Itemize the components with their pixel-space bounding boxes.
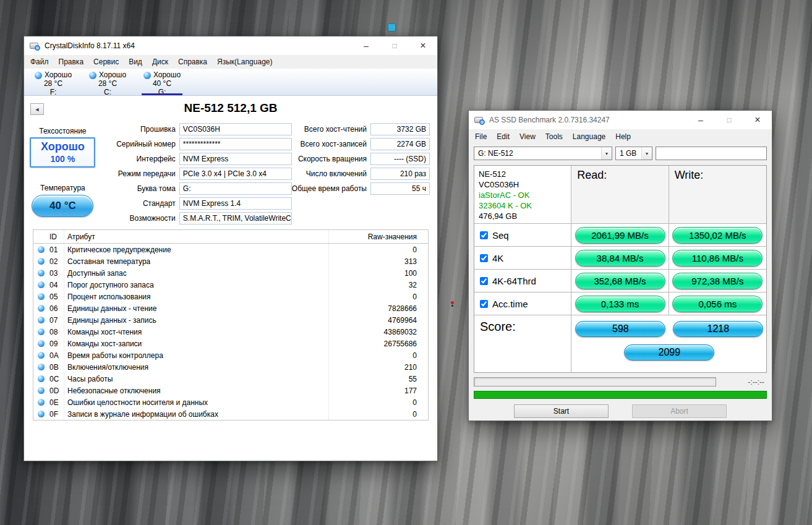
cdi-menu-item[interactable]: Правка [54, 56, 89, 68]
smart-row[interactable]: 09 Команды хост-записи 26755686 [33, 338, 428, 349]
minimize-icon[interactable]: – [352, 36, 380, 55]
drive-strip: Хорошо 28 °C F: Хорошо 28 °C C: [24, 69, 437, 96]
field-row: Всего хост-записей 2274 GB [292, 137, 435, 152]
field-value[interactable]: G: [179, 182, 292, 195]
smart-row[interactable]: 0D Небезопасные отключения 177 [33, 385, 428, 396]
field-value[interactable]: 55 ч [370, 182, 430, 195]
benchmark-textbox[interactable] [656, 147, 767, 160]
field-value[interactable]: 2274 GB [370, 138, 430, 150]
smart-row[interactable]: 03 Доступный запас 100 [33, 267, 428, 279]
smart-row[interactable]: 05 Процент использования 0 [33, 291, 428, 302]
cdi-menu-item[interactable]: Справка [173, 56, 212, 68]
health-orb-icon [38, 270, 45, 276]
minimize-icon[interactable]: – [686, 111, 715, 129]
smart-row[interactable]: 0B Включения/отключения 210 [33, 361, 428, 373]
field-value[interactable]: ---- (SSD) [370, 153, 430, 165]
field-value[interactable]: S.M.A.R.T., TRIM, VolatileWriteCache [179, 212, 292, 224]
read-header: Read: [571, 166, 669, 223]
health-orb-icon [38, 375, 45, 382]
health-orb-icon [38, 387, 45, 394]
back-button[interactable]: ◄ [30, 103, 44, 115]
smart-row[interactable]: 04 Порог доступного запаса 32 [33, 279, 428, 291]
test-checkbox[interactable] [480, 254, 488, 262]
test-size-select[interactable]: 1 GB ▼ [615, 147, 652, 160]
field-value[interactable]: 210 раз [370, 168, 430, 180]
score-label: Score: [474, 315, 571, 372]
field-value[interactable]: NVM Express [179, 153, 292, 165]
smart-row[interactable]: 0F Записи в журнале информации об ошибка… [33, 408, 428, 420]
desktop-shortcut-icon[interactable] [388, 23, 396, 32]
smart-attribute: Единицы данных - чтение [64, 302, 329, 314]
test-label: Acc.time [492, 299, 528, 309]
drive-tab[interactable]: Хорошо 40 °C G: [135, 69, 189, 95]
maximize-icon[interactable]: □ [715, 111, 743, 129]
asssd-menu-item[interactable]: Language [568, 130, 610, 143]
cdi-titlebar[interactable]: CrystalDiskInfo 8.17.11 x64 – □ × [24, 36, 437, 55]
smart-id: 0E [48, 396, 64, 408]
smart-id: 0F [48, 408, 64, 420]
abort-button[interactable]: Abort [632, 404, 727, 418]
field-value[interactable]: ************* [179, 138, 292, 150]
field-row: Скорость вращения ---- (SSD) [292, 152, 435, 166]
smart-header-id: ID [48, 230, 64, 243]
smart-id: 0A [48, 349, 64, 361]
smart-row[interactable]: 02 Составная температура 313 [33, 255, 428, 267]
smart-attribute: Критическое предупреждение [64, 244, 329, 255]
smart-raw-value: 177 [329, 385, 428, 396]
read-result-badge: 0,133 ms [575, 296, 665, 312]
asssd-menu-item[interactable]: Help [610, 130, 636, 143]
smart-row[interactable]: 08 Команды хост-чтения 43869032 [33, 326, 428, 338]
smart-attribute: Команды хост-записи [64, 338, 329, 349]
start-button[interactable]: Start [514, 404, 609, 418]
cdi-menu-item[interactable]: Вид [124, 56, 147, 68]
health-orb-icon [38, 340, 45, 347]
drive-tab[interactable]: Хорошо 28 °C C: [81, 69, 134, 95]
close-icon[interactable]: × [409, 36, 437, 55]
smart-row[interactable]: 0C Часы работы 55 [33, 373, 428, 385]
host-fields-column: Всего хост-чтений 3732 GB Всего хост-зап… [292, 119, 435, 224]
field-value[interactable]: VC0S036H [179, 123, 292, 135]
temperature-badge[interactable]: 40 °C [32, 195, 93, 217]
benchmark-results-panel: NE-512 VC0S036H iaStorAC - OK 323604 K -… [474, 165, 767, 373]
test-row: 4K-64Thrd 352,68 MB/s 972,38 MB/s [474, 270, 766, 292]
smart-raw-value: 0 [329, 396, 428, 408]
write-result-badge: 110,86 MB/s [672, 250, 763, 267]
asssd-menu-item[interactable]: View [515, 130, 541, 143]
smart-row[interactable]: 01 Критическое предупреждение 0 [33, 244, 428, 255]
cdi-menu-item[interactable]: Сервис [88, 56, 124, 68]
smart-attribute: Процент использования [64, 291, 329, 302]
health-status: Хорошо [31, 140, 94, 153]
read-score-badge: 598 [575, 321, 665, 337]
smart-row[interactable]: 06 Единицы данных - чтение 7828666 [33, 302, 428, 314]
cdi-menu-item[interactable]: Файл [25, 56, 54, 68]
field-value[interactable]: 3732 GB [370, 123, 430, 135]
asssd-menu-item[interactable]: File [470, 130, 492, 143]
drive-select[interactable]: G: NE-512 ▼ [474, 147, 612, 160]
smart-id: 07 [48, 314, 64, 326]
smart-row[interactable]: 0A Время работы контроллера 0 [33, 349, 428, 361]
asssd-titlebar[interactable]: AS SSD Benchmark 2.0.7316.34247 – □ × [469, 111, 772, 129]
field-label: Интерфейс [99, 155, 179, 163]
chevron-down-icon[interactable]: ▼ [641, 147, 652, 160]
close-icon[interactable]: × [743, 111, 772, 129]
field-value[interactable]: PCIe 3.0 x4 | PCIe 3.0 x4 [179, 168, 292, 180]
smart-id: 02 [48, 255, 64, 267]
test-checkbox[interactable] [480, 277, 488, 285]
drive-tab[interactable]: Хорошо 28 °C F: [27, 69, 80, 95]
cdi-menu-item[interactable]: Диск [147, 56, 173, 68]
health-status-box[interactable]: Хорошо 100 % [30, 137, 95, 168]
test-progress-bar [474, 377, 716, 386]
drive-firmware: VC0S036H [479, 179, 566, 190]
maximize-icon[interactable]: □ [380, 36, 409, 55]
test-checkbox[interactable] [480, 231, 488, 239]
cdi-menu-item[interactable]: Язык(Language) [212, 56, 277, 68]
smart-row[interactable]: 07 Единицы данных - запись 4769964 [33, 314, 428, 326]
asssd-menu-item[interactable]: Tools [541, 130, 568, 143]
asssd-menu-item[interactable]: Edit [492, 130, 515, 143]
chevron-down-icon[interactable]: ▼ [601, 147, 612, 160]
total-score-badge: 2099 [624, 344, 714, 361]
test-checkbox[interactable] [480, 300, 488, 308]
smart-row[interactable]: 0E Ошибки целостности носителя и данных … [33, 396, 428, 408]
field-label: Возможности [99, 214, 179, 223]
field-value[interactable]: NVM Express 1.4 [179, 197, 292, 210]
